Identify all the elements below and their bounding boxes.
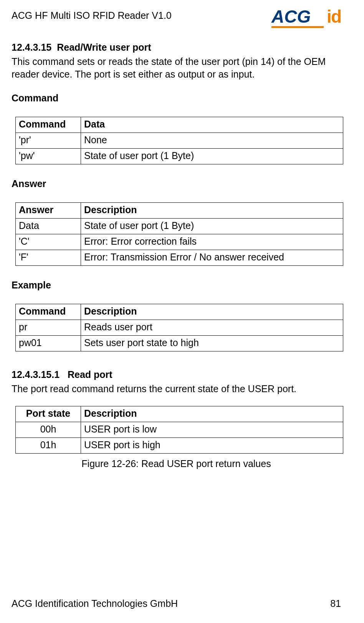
cell: Error: Error correction fails [81, 234, 343, 250]
cell: Data [16, 219, 81, 234]
cell: State of user port (1 Byte) [81, 219, 343, 234]
th-description: Description [81, 304, 343, 320]
section-heading-12-4-3-15: 12.4.3.15 Read/Write user port [12, 42, 341, 53]
section-number: 12.4.3.15.1 [12, 369, 60, 380]
example-heading: Example [12, 280, 341, 291]
doc-title: ACG HF Multi ISO RFID Reader V1.0 [12, 10, 172, 21]
section-paragraph: The port read command returns the curren… [12, 383, 341, 395]
cell: pw01 [16, 336, 81, 351]
table-row: 'pw' State of user port (1 Byte) [16, 149, 343, 164]
cell: State of user port (1 Byte) [81, 149, 343, 164]
section-heading-12-4-3-15-1: 12.4.3.15.1 Read port [12, 369, 341, 380]
page-header: ACG HF Multi ISO RFID Reader V1.0 ACG id [12, 8, 341, 28]
section-title: Read/Write user port [57, 42, 151, 53]
cell: 'C' [16, 234, 81, 250]
cell: Reads user port [81, 320, 343, 336]
table-row: 'F' Error: Transmission Error / No answe… [16, 250, 343, 266]
figure-caption: Figure 12-26: Read USER port return valu… [12, 458, 341, 469]
table-row: 'C' Error: Error correction fails [16, 234, 343, 250]
footer-company: ACG Identification Technologies GmbH [12, 598, 178, 609]
cell: Sets user port state to high [81, 336, 343, 351]
th-port-state: Port state [16, 406, 81, 422]
table-header-row: Command Description [16, 304, 343, 320]
th-command: Command [16, 304, 81, 320]
section-number: 12.4.3.15 [12, 42, 51, 53]
port-state-table: Port state Description 00h USER port is … [15, 406, 343, 454]
cell: Error: Transmission Error / No answer re… [81, 250, 343, 266]
th-description: Description [81, 406, 343, 422]
page-footer: ACG Identification Technologies GmbH 81 [12, 598, 341, 609]
table-row: 01h USER port is high [16, 437, 343, 453]
table-row: 'pr' None [16, 133, 343, 149]
cell: USER port is high [81, 437, 343, 453]
cell: 'pr' [16, 133, 81, 149]
cell: 'F' [16, 250, 81, 266]
table-row: 00h USER port is low [16, 422, 343, 437]
th-command: Command [16, 117, 81, 133]
table-header-row: Port state Description [16, 406, 343, 422]
cell: USER port is low [81, 422, 343, 437]
example-table: Command Description pr Reads user port p… [15, 304, 343, 351]
cell: 01h [16, 437, 81, 453]
logo-text-id: id [327, 8, 341, 25]
table-header-row: Command Data [16, 117, 343, 133]
footer-page-number: 81 [330, 598, 341, 609]
section-paragraph: This command sets or reads the state of … [12, 55, 341, 80]
th-description: Description [81, 203, 343, 219]
cell: None [81, 133, 343, 149]
cell: 00h [16, 422, 81, 437]
command-table: Command Data 'pr' None 'pw' State of use… [15, 117, 343, 164]
table-row: pw01 Sets user port state to high [16, 336, 343, 351]
cell: pr [16, 320, 81, 336]
logo-text-acg: ACG [271, 7, 311, 27]
table-header-row: Answer Description [16, 203, 343, 219]
answer-table: Answer Description Data State of user po… [15, 202, 343, 266]
table-row: pr Reads user port [16, 320, 343, 336]
th-answer: Answer [16, 203, 81, 219]
answer-heading: Answer [12, 178, 341, 189]
table-row: Data State of user port (1 Byte) [16, 219, 343, 234]
section-title: Read port [68, 369, 113, 380]
th-data: Data [81, 117, 343, 133]
logo: ACG id [271, 8, 341, 28]
cell: 'pw' [16, 149, 81, 164]
command-heading: Command [12, 93, 341, 104]
